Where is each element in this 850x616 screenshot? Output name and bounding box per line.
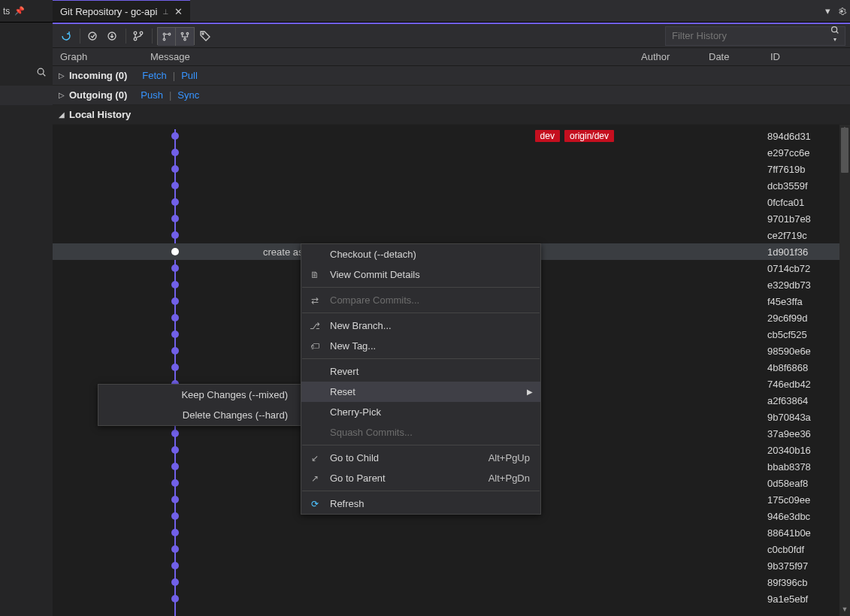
svg-point-4	[134, 32, 137, 35]
left-label: ts	[3, 6, 10, 17]
commit-dot-icon	[171, 198, 179, 206]
branch-tag-local[interactable]: dev	[535, 130, 560, 142]
push-link[interactable]: Push	[141, 89, 163, 101]
commit-id: 9b70843a	[767, 412, 839, 423]
commit-dot-icon	[171, 496, 179, 503]
scroll-down-icon[interactable]: ▼	[839, 605, 850, 616]
branch-tag-remote[interactable]: origin/dev	[564, 130, 614, 142]
ctx-compare: ⇄ Compare Commits...	[301, 290, 540, 310]
app-root: ts 📌 Git Repository - gc-api ⟂ ✕ ▾	[0, 0, 850, 616]
commit-row[interactable]: c0cb0fdf	[53, 541, 839, 557]
ctx-new-branch[interactable]: ⎇ New Branch...	[301, 316, 540, 336]
commit-id: c0cb0fdf	[767, 544, 839, 555]
commit-row[interactable]: e297cc6e	[53, 144, 839, 161]
pull-icon[interactable]	[103, 27, 121, 45]
commit-dot-icon	[171, 446, 179, 454]
ctx-view-details[interactable]: 🗎 View Commit Details	[301, 264, 540, 285]
commit-id: 4b8f6868	[767, 362, 839, 373]
tag-icon[interactable]	[196, 27, 214, 45]
tab-close-icon[interactable]: ✕	[174, 6, 183, 17]
go-child-icon: ↙	[309, 453, 321, 464]
commit-id: 175c09ee	[767, 494, 839, 506]
col-message[interactable]: Message	[150, 51, 641, 62]
vertical-scrollbar[interactable]: ▲ ▼	[839, 125, 850, 616]
commit-row[interactable]: 9a1e5ebf	[53, 590, 839, 607]
branch-icon[interactable]	[129, 27, 147, 45]
fetch-link[interactable]: Fetch	[142, 70, 167, 81]
filter-search-icon[interactable]: ▾	[825, 25, 845, 47]
overflow-icon[interactable]: ▾	[825, 5, 830, 17]
filter-history[interactable]: ▾	[665, 26, 845, 46]
tag-icon: 🏷	[309, 341, 321, 352]
graph-view-icon[interactable]	[158, 28, 176, 46]
commit-id: 9a1e5ebf	[767, 593, 839, 605]
commit-id: 0fcfca01	[767, 197, 839, 208]
commit-dot-icon	[171, 248, 179, 255]
pull-link[interactable]: Pull	[181, 70, 198, 81]
commit-dot-icon	[171, 347, 179, 355]
svg-point-7	[163, 33, 165, 35]
ctx-revert[interactable]: Revert	[301, 361, 540, 382]
toolbar: ▾	[53, 24, 850, 48]
reset-delete[interactable]: Delete Changes (--hard)	[98, 405, 301, 425]
commit-id: 1d901f36	[767, 246, 839, 258]
ctx-reset[interactable]: Reset ▶	[301, 382, 540, 402]
commit-dot-icon	[171, 545, 179, 553]
reset-keep[interactable]: Keep Changes (--mixed)	[98, 385, 301, 405]
section-local-history[interactable]: ◢ Local History	[53, 105, 850, 125]
commit-row[interactable]: 9701b7e8	[53, 210, 839, 227]
ctx-go-child[interactable]: ↙ Go to Child Alt+PgUp	[301, 448, 540, 468]
section-incoming[interactable]: ▷ Incoming (0) Fetch | Pull	[53, 66, 850, 86]
commit-dot-icon	[171, 512, 179, 520]
sync-link[interactable]: Sync	[177, 89, 199, 101]
section-outgoing[interactable]: ▷ Outgoing (0) Push | Sync	[53, 86, 850, 105]
commit-id: 88641b0e	[767, 527, 839, 539]
ctx-go-parent[interactable]: ↗ Go to Parent Alt+PgDn	[301, 468, 540, 488]
commit-id: 0d58eaf8	[767, 478, 839, 489]
col-id[interactable]: ID	[770, 51, 839, 62]
commit-row[interactable]: 9b375f97	[53, 557, 839, 574]
fetch-icon[interactable]	[83, 27, 101, 45]
commit-dot-icon	[171, 595, 179, 602]
svg-point-2	[89, 32, 96, 40]
svg-point-10	[181, 32, 183, 35]
commit-id: 9b375f97	[767, 560, 839, 572]
commit-id: 894d6d31	[767, 131, 839, 142]
commit-row[interactable]: dcb3559f	[53, 177, 839, 194]
left-search-box[interactable]	[0, 62, 53, 83]
filter-input[interactable]	[666, 30, 825, 41]
commit-dot-icon	[171, 297, 179, 305]
context-menu: Checkout (--detach) 🗎 View Commit Detail…	[301, 243, 541, 515]
col-graph[interactable]: Graph	[53, 51, 150, 62]
commit-id: ce2f719c	[767, 230, 839, 241]
commit-dot-icon	[171, 364, 179, 371]
details-icon: 🗎	[309, 270, 321, 280]
tab-pin-icon[interactable]: ⟂	[163, 7, 168, 16]
pin-icon[interactable]: 📌	[14, 6, 25, 16]
commit-row[interactable]: 0fcfca01	[53, 194, 839, 210]
commit-row[interactable]: devorigin/dev894d6d31	[53, 128, 839, 144]
tab-git-repository[interactable]: Git Repository - gc-api ⟂ ✕	[53, 0, 190, 22]
commit-row[interactable]: 88641b0e	[53, 524, 839, 541]
commit-id: e329db73	[767, 279, 839, 291]
gear-icon[interactable]	[836, 6, 847, 17]
svg-line-15	[836, 32, 839, 34]
ctx-cherry-pick[interactable]: Cherry-Pick	[301, 402, 540, 422]
commit-id: 746edb42	[767, 379, 839, 390]
col-date[interactable]: Date	[709, 51, 770, 62]
commit-dot-icon	[171, 264, 179, 272]
commit-dot-icon	[171, 314, 179, 322]
refresh-icon[interactable]	[57, 27, 75, 45]
col-author[interactable]: Author	[641, 51, 709, 62]
commit-dot-icon	[171, 463, 179, 470]
scroll-thumb[interactable]	[841, 128, 848, 173]
list-view-icon[interactable]	[176, 28, 194, 46]
commit-row[interactable]: 7ff7619b	[53, 161, 839, 177]
commit-row[interactable]: 89f396cb	[53, 574, 839, 590]
ctx-new-tag[interactable]: 🏷 New Tag...	[301, 336, 540, 356]
commit-row[interactable]: ce2f719c	[53, 227, 839, 243]
ctx-refresh[interactable]: ⟳ Refresh	[301, 494, 540, 514]
main-panel: Git Repository - gc-api ⟂ ✕ ▾	[53, 0, 850, 616]
commit-id: 7ff7619b	[767, 164, 839, 175]
ctx-checkout[interactable]: Checkout (--detach)	[301, 244, 540, 264]
